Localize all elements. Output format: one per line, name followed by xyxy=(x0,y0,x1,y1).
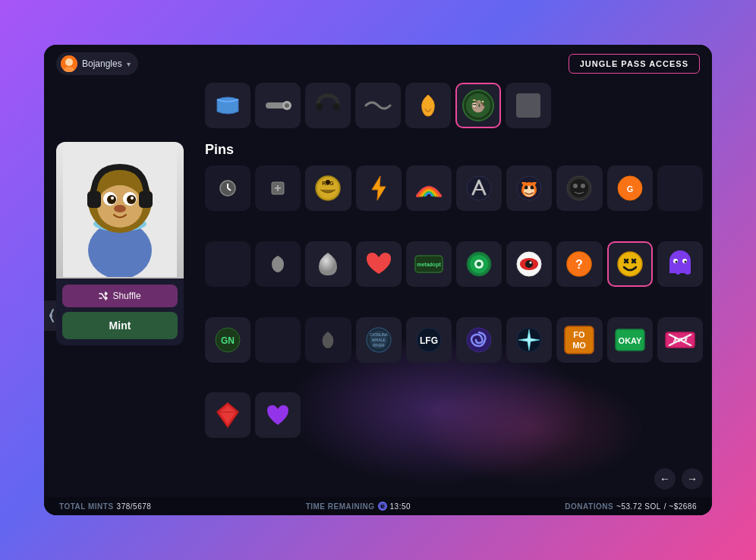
pin-cell[interactable]: RUG xyxy=(305,165,351,211)
card-actions: Shuffle Mint xyxy=(56,278,184,345)
svg-rect-72 xyxy=(669,261,691,273)
donations-usd: / ~$2686 xyxy=(664,502,697,511)
pin-cell[interactable] xyxy=(205,241,250,287)
character-card: Shuffle Mint xyxy=(56,142,184,345)
pin-cell[interactable] xyxy=(255,392,301,438)
pin-cell[interactable] xyxy=(205,392,250,438)
svg-rect-11 xyxy=(516,93,540,118)
left-panel: Shuffle Mint xyxy=(44,134,196,497)
prev-page-button[interactable]: ← xyxy=(654,468,676,489)
jungle-pass-button[interactable]: JUNGLE PASS ACCESS xyxy=(569,54,700,74)
svg-point-49 xyxy=(570,179,588,197)
pin-cell[interactable] xyxy=(305,317,351,363)
pin-cell[interactable]: FO MO xyxy=(556,317,602,363)
carousel-item[interactable] xyxy=(355,83,401,128)
pins-grid: RUG xyxy=(205,165,703,464)
total-mints-value: 378/5678 xyxy=(117,502,152,511)
app-window: Bojangles ▾ JUNGLE PASS ACCESS xyxy=(44,45,712,515)
user-menu[interactable]: Bojangles ▾ xyxy=(56,52,138,75)
svg-text:G: G xyxy=(626,184,633,193)
svg-point-24 xyxy=(131,197,134,200)
pin-cell[interactable]: ✗✗✗ xyxy=(657,317,703,363)
svg-text:metadopt: metadopt xyxy=(417,262,441,268)
pin-cell[interactable] xyxy=(657,241,703,287)
svg-rect-6 xyxy=(317,103,323,111)
status-bar: TOTAL MINTS 378/5678 TIME REMAINING 13:5… xyxy=(44,497,712,515)
donations-label: DONATIONS xyxy=(565,502,613,511)
pin-cell[interactable] xyxy=(356,241,402,287)
svg-marker-38 xyxy=(372,176,386,200)
pin-cell[interactable] xyxy=(406,165,452,211)
pin-cell[interactable] xyxy=(506,317,552,363)
svg-point-59 xyxy=(477,262,481,266)
svg-rect-7 xyxy=(333,103,339,111)
svg-text:MO: MO xyxy=(573,341,587,350)
pin-cell[interactable] xyxy=(657,165,703,211)
pin-cell[interactable]: ? xyxy=(556,241,602,287)
svg-point-5 xyxy=(285,103,289,108)
next-page-button[interactable]: → xyxy=(682,468,703,489)
avatar xyxy=(61,55,77,72)
carousel-item[interactable] xyxy=(506,83,551,128)
svg-point-62 xyxy=(525,260,533,268)
carousel-item[interactable] xyxy=(205,83,250,128)
pin-cell[interactable]: LFG xyxy=(406,317,452,363)
pin-cell[interactable]: CATALINA WHALE RIVER xyxy=(356,317,402,363)
pin-cell-smiley-fox[interactable]: Smiley ARTIST PICK xyxy=(506,165,552,211)
svg-text:FO: FO xyxy=(574,330,586,339)
svg-text:WHALE: WHALE xyxy=(372,338,386,342)
carousel-item-selected[interactable]: 🦥 xyxy=(455,83,501,128)
shuffle-icon xyxy=(99,291,108,300)
pin-cell[interactable]: GN xyxy=(205,317,250,363)
svg-point-21 xyxy=(107,195,116,204)
carousel-item[interactable] xyxy=(255,83,301,128)
pin-cell[interactable] xyxy=(305,241,351,287)
svg-point-51 xyxy=(581,184,585,188)
svg-point-23 xyxy=(111,197,114,200)
right-panel: Pins RUG xyxy=(196,134,712,497)
mint-button[interactable]: Mint xyxy=(62,312,178,339)
svg-point-50 xyxy=(573,184,578,188)
carousel-item[interactable] xyxy=(405,83,451,128)
user-name: Bojangles xyxy=(82,58,122,69)
chevron-down-icon: ▾ xyxy=(127,60,131,68)
shuffle-button[interactable]: Shuffle xyxy=(62,285,178,307)
svg-text:OKAY: OKAY xyxy=(618,336,641,345)
pin-cell[interactable] xyxy=(456,165,502,211)
svg-point-22 xyxy=(127,195,136,204)
total-mints-section: TOTAL MINTS 378/5678 xyxy=(59,502,151,511)
pin-cell[interactable] xyxy=(456,241,502,287)
svg-rect-26 xyxy=(87,191,101,208)
pin-cell-selected[interactable] xyxy=(607,241,653,287)
timer-icon xyxy=(378,502,387,511)
pagination: ← → xyxy=(205,464,703,489)
svg-point-1 xyxy=(65,58,73,66)
svg-text:?: ? xyxy=(576,258,584,271)
svg-point-63 xyxy=(530,261,532,263)
pin-cell[interactable] xyxy=(255,165,301,211)
pin-cell[interactable] xyxy=(506,241,552,287)
pin-cell[interactable]: G xyxy=(607,165,653,211)
svg-point-66 xyxy=(618,252,642,276)
pin-cell[interactable] xyxy=(456,317,502,363)
time-remaining-value: 13:50 xyxy=(390,502,411,511)
total-mints-label: TOTAL MINTS xyxy=(59,502,114,511)
pin-cell[interactable] xyxy=(556,165,602,211)
pin-cell[interactable] xyxy=(356,165,402,211)
donations-section: DONATIONS ~53.72 SOL / ~$2686 xyxy=(565,502,697,511)
pin-cell[interactable] xyxy=(255,317,301,363)
character-image xyxy=(56,142,184,278)
svg-point-76 xyxy=(684,260,686,263)
pins-title: Pins xyxy=(205,142,703,158)
pin-cell[interactable] xyxy=(255,241,301,287)
svg-text:✗✗✗: ✗✗✗ xyxy=(672,337,688,344)
svg-text:RIVER: RIVER xyxy=(373,343,385,348)
svg-text:LFG: LFG xyxy=(420,335,438,346)
carousel: 🦥 xyxy=(44,83,712,134)
pin-cell[interactable]: OKAY xyxy=(607,317,653,363)
pin-cell[interactable]: metadopt xyxy=(406,241,452,287)
svg-text:GN: GN xyxy=(221,335,235,346)
time-remaining-label: TIME REMAINING xyxy=(306,502,375,511)
carousel-item[interactable] xyxy=(305,83,351,128)
pin-cell[interactable] xyxy=(205,165,250,211)
